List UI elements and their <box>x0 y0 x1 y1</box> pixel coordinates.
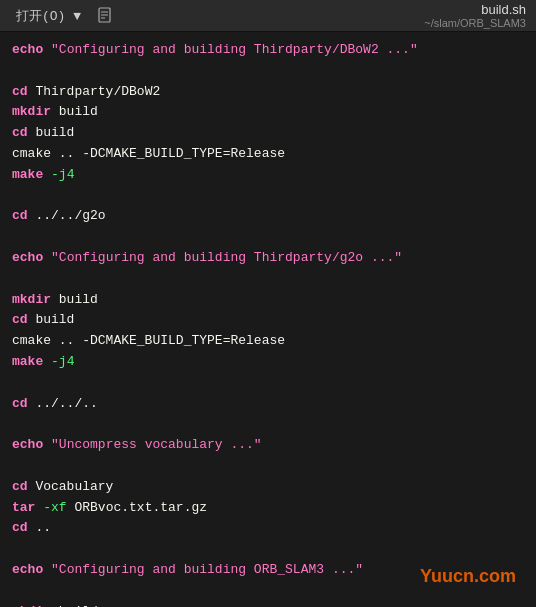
code-line <box>12 456 524 477</box>
title-path: ~/slam/ORB_SLAM3 <box>424 17 526 29</box>
code-rest: Thirdparty/DBoW2 <box>28 84 161 99</box>
code-line: tar -xf ORBvoc.txt.tar.gz <box>12 498 524 519</box>
string-span: "Uncompress vocabulary ..." <box>51 437 262 452</box>
keyword-span: cd <box>12 84 28 99</box>
code-rest: .. <box>28 520 51 535</box>
string-span: "Configuring and building ORB_SLAM3 ..." <box>51 562 363 577</box>
code-line: make -j4 <box>12 165 524 186</box>
code-line: cmake .. -DCMAKE_BUILD_TYPE=Release <box>12 331 524 352</box>
keyword-span: mkdir <box>12 292 51 307</box>
code-line <box>12 539 524 560</box>
code-line: cd build <box>12 123 524 144</box>
code-line: cd Vocabulary <box>12 477 524 498</box>
titlebar-right: build.sh ~/slam/ORB_SLAM3 <box>424 2 526 29</box>
keyword-span: mkdir <box>12 604 51 607</box>
keyword-span: cd <box>12 520 28 535</box>
code-line <box>12 186 524 207</box>
code-line: cd build <box>12 310 524 331</box>
code-line: mkdir build <box>12 102 524 123</box>
plain-text: cmake .. -DCMAKE_BUILD_TYPE=Release <box>12 333 285 348</box>
code-line: cd ../../.. <box>12 394 524 415</box>
editor-area: echo "Configuring and building Thirdpart… <box>0 32 536 607</box>
code-rest: build <box>51 604 98 607</box>
code-line: echo "Configuring and building Thirdpart… <box>12 248 524 269</box>
code-line: mkdir build <box>12 602 524 607</box>
string-span: "Configuring and building Thirdparty/g2o… <box>51 250 402 265</box>
open-menu-label: 打开(O) <box>16 9 65 24</box>
keyword-span: cd <box>12 479 28 494</box>
keyword-span: cd <box>12 312 28 327</box>
code-line <box>12 373 524 394</box>
string-span: "Configuring and building Thirdparty/DBo… <box>51 42 418 57</box>
keyword-span: echo <box>12 250 43 265</box>
code-line <box>12 414 524 435</box>
code-line: mkdir build <box>12 290 524 311</box>
code-line <box>12 61 524 82</box>
keyword-span: echo <box>12 562 43 577</box>
keyword-span: mkdir <box>12 104 51 119</box>
code-line: cmake .. -DCMAKE_BUILD_TYPE=Release <box>12 144 524 165</box>
code-rest: ORBvoc.txt.tar.gz <box>67 500 207 515</box>
code-line: cd .. <box>12 518 524 539</box>
file-icon <box>97 7 115 25</box>
flag-span: -j4 <box>51 354 74 369</box>
code-rest: build <box>28 312 75 327</box>
code-line: echo "Uncompress vocabulary ..." <box>12 435 524 456</box>
watermark: Yuucn.com <box>420 566 516 587</box>
toolbar-icon-button[interactable] <box>95 5 117 27</box>
code-rest: build <box>51 292 98 307</box>
code-line: make -j4 <box>12 352 524 373</box>
titlebar: 打开(O) ▼ build.sh ~/slam/ORB_SLAM3 <box>0 0 536 32</box>
code-rest: ../../.. <box>28 396 98 411</box>
code-rest: build <box>51 104 98 119</box>
code-rest: ../../g2o <box>28 208 106 223</box>
code-line <box>12 269 524 290</box>
code-line: cd ../../g2o <box>12 206 524 227</box>
keyword-span: cd <box>12 396 28 411</box>
keyword-span: cd <box>12 125 28 140</box>
title-filename: build.sh <box>481 2 526 17</box>
keyword-span: make <box>12 167 43 182</box>
titlebar-left: 打开(O) ▼ <box>10 5 117 27</box>
code-line: cd Thirdparty/DBoW2 <box>12 82 524 103</box>
flag-span: -xf <box>43 500 66 515</box>
plain-text: cmake .. -DCMAKE_BUILD_TYPE=Release <box>12 146 285 161</box>
code-rest: build <box>28 125 75 140</box>
keyword-span: echo <box>12 42 43 57</box>
dropdown-icon: ▼ <box>73 9 81 24</box>
keyword-span: tar <box>12 500 35 515</box>
keyword-span: echo <box>12 437 43 452</box>
keyword-span: make <box>12 354 43 369</box>
code-line: echo "Configuring and building Thirdpart… <box>12 40 524 61</box>
flag-span: -j4 <box>51 167 74 182</box>
keyword-span: cd <box>12 208 28 223</box>
code-rest: Vocabulary <box>28 479 114 494</box>
code-line <box>12 227 524 248</box>
open-menu-button[interactable]: 打开(O) ▼ <box>10 5 87 27</box>
